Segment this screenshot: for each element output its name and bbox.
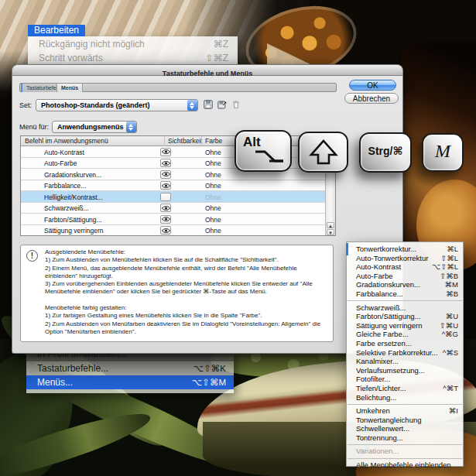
command-label: Auto-Farbe bbox=[44, 159, 77, 167]
visibility-toggle[interactable] bbox=[160, 159, 171, 167]
menubar-item-bearbeiten[interactable]: Bearbeiten bbox=[28, 25, 85, 36]
menu-item-label: Verlaufsumsetzung... bbox=[356, 366, 425, 375]
menu-item-label: Tonwertkorrektur... bbox=[356, 245, 416, 254]
color-cell[interactable]: Ohne bbox=[205, 216, 221, 224]
set-dropdown-value: Photoshop-Standards (geändert) bbox=[36, 101, 187, 109]
menu-item[interactable]: Schritt vorwärts⇧⌘Z bbox=[28, 53, 238, 64]
menu-item-farbbalance-[interactable]: Farbbalance...⌘B bbox=[347, 289, 463, 299]
set-dropdown[interactable]: Photoshop-Standards (geändert) bbox=[36, 99, 198, 111]
menu-item-variationen-[interactable]: Variationen... bbox=[347, 447, 463, 456]
command-label: Farbton/Sättigung... bbox=[44, 216, 102, 224]
menu-item-label: Auto-Farbe bbox=[356, 272, 393, 281]
menu-item-belichtung-[interactable]: Belichtung... bbox=[347, 393, 463, 402]
color-cell[interactable]: Ohne bbox=[205, 159, 221, 167]
menu-item-auto-tonwertkorrektur[interactable]: Auto-Tonwertkorrektur⇧⌘L bbox=[347, 254, 463, 263]
menu-separator bbox=[348, 300, 462, 301]
menu-item-label: Variationen... bbox=[356, 447, 399, 456]
info-box: ! Ausgeblendete Menübefehle: 1) Zum Ausb… bbox=[20, 245, 334, 342]
menu-item-label: Schwarzweiß... bbox=[356, 303, 406, 313]
visibility-toggle[interactable] bbox=[160, 148, 171, 156]
visibility-eye-icon bbox=[162, 171, 170, 177]
menu-item-label: Alle Menübefehle einblenden bbox=[356, 461, 451, 470]
color-cell[interactable]: Ohne bbox=[205, 204, 221, 212]
menu-item-gleiche-farbe-[interactable]: Gleiche Farbe...^⌘G bbox=[347, 330, 463, 339]
visibility-eye-icon bbox=[162, 228, 170, 234]
menu-item-label: Auto-Tonwertkorrektur bbox=[356, 254, 428, 263]
menu-item-auto-kontrast[interactable]: Auto-Kontrast⌥⇧⌘L bbox=[347, 262, 463, 272]
cancel-button[interactable]: Abbrechen bbox=[344, 93, 399, 104]
tab-menues[interactable]: Menüs bbox=[57, 84, 83, 92]
edit-menu-panel-bottom: In Profil umwandeln...Tastaturbefehle...… bbox=[26, 348, 234, 393]
visibility-toggle[interactable] bbox=[160, 226, 171, 235]
menu-item-tonwertangleichung[interactable]: Tonwertangleichung bbox=[347, 416, 463, 425]
menu-separator bbox=[26, 360, 234, 361]
color-cell[interactable]: Ohne bbox=[205, 171, 221, 179]
m-key-label: M bbox=[423, 141, 462, 162]
menu-item-label: Tonwertangleichung bbox=[356, 416, 422, 425]
info-text: Ausgeblendete Menübefehle: 1) Zum Ausble… bbox=[45, 248, 330, 336]
menu-item-shortcut: ⇧⌘B bbox=[440, 272, 458, 281]
menu-item-tontrennung-[interactable]: Tontrennung... bbox=[347, 433, 463, 443]
menu-item-tiefen-lichter-[interactable]: Tiefen/Lichter...^⌘T bbox=[347, 384, 463, 393]
color-cell[interactable]: Ohne bbox=[205, 227, 221, 235]
menu-item-tastaturbefehle-[interactable]: Tastaturbefehle...⌥⇧⌘K bbox=[26, 362, 234, 375]
menu-item-label: Schritt vorwärts bbox=[39, 53, 103, 64]
menu-item-alle-men-befehle-einblenden[interactable]: Alle Menübefehle einblenden bbox=[347, 461, 463, 470]
menu-item-shortcut: ^⌘G bbox=[442, 330, 458, 339]
menu-item-farbton-s-ttigung-[interactable]: Farbton/Sättigung...⌘U bbox=[347, 312, 463, 321]
menu-item-shortcut: ⌘L bbox=[447, 245, 458, 254]
visibility-toggle[interactable] bbox=[160, 193, 171, 201]
menu-item-men-s-[interactable]: Menüs...⌥⇧⌘M bbox=[26, 375, 234, 389]
edit-menu-panel-top: Rückgängig nicht möglich⌘ZSchritt vorwär… bbox=[28, 36, 238, 66]
menu-for-dropdown[interactable]: Anwendungsmenüs bbox=[52, 121, 137, 133]
table-row[interactable]: Sättigung verringernOhne bbox=[21, 225, 325, 237]
visibility-toggle[interactable] bbox=[160, 170, 171, 179]
save-set-as-icon[interactable] bbox=[217, 99, 228, 110]
menu-item-fotofilter-[interactable]: Fotofilter... bbox=[347, 375, 463, 384]
image-adjustments-menu: Tonwertkorrektur...⌘LAuto-Tonwertkorrekt… bbox=[346, 241, 464, 467]
visibility-eye-icon bbox=[162, 205, 170, 211]
menu-item-shortcut: ⇧⌘L bbox=[440, 254, 458, 263]
menu-item-shortcut: ⇧⌘Z bbox=[206, 53, 228, 64]
ok-button[interactable]: OK bbox=[349, 80, 396, 91]
menu-item-gradationskurven-[interactable]: Gradationskurven...⌘M bbox=[347, 280, 463, 289]
menu-item-kanalmixer-[interactable]: Kanalmixer... bbox=[347, 357, 463, 366]
menu-item-shortcut: ⌥⇧⌘L bbox=[432, 262, 458, 272]
color-cell[interactable]: Ohne bbox=[205, 182, 221, 190]
menu-item-farbe-ersetzen-[interactable]: Farbe ersetzen... bbox=[347, 339, 463, 348]
menu-for-label: Menü für: bbox=[19, 123, 49, 131]
delete-set-icon[interactable] bbox=[231, 99, 241, 110]
scroll-up-icon[interactable]: ▲ bbox=[327, 222, 334, 228]
menu-item-auto-farbe[interactable]: Auto-Farbe⇧⌘B bbox=[347, 272, 463, 281]
color-cell[interactable]: Ohne bbox=[205, 193, 221, 201]
tab-band: Tastaturbefehle Menüs bbox=[19, 83, 337, 92]
menu-item-s-ttigung-verringern[interactable]: Sättigung verringern⇧⌘U bbox=[347, 321, 463, 330]
menu-item-verlaufsumsetzung-[interactable]: Verlaufsumsetzung... bbox=[347, 366, 463, 375]
table-row[interactable]: Helligkeit/Kontrast...Ohne bbox=[21, 191, 325, 203]
menu-item-label: Menüs... bbox=[37, 375, 73, 389]
menu-item-schwarzweiß-[interactable]: Schwarzweiß... bbox=[347, 303, 463, 313]
menu-for-dropdown-value: Anwendungsmenüs bbox=[53, 123, 126, 131]
dialog-titlebar[interactable]: Tastaturbefehle und Menüs bbox=[12, 65, 402, 76]
menu-item-tonwertkorrektur-[interactable]: Tonwertkorrektur...⌘L bbox=[347, 245, 463, 254]
menu-item-shortcut: ⌘I bbox=[449, 406, 458, 416]
table-row[interactable]: Schwarzweiß...Ohne bbox=[21, 203, 325, 214]
visibility-toggle[interactable] bbox=[160, 215, 171, 224]
visibility-toggle[interactable] bbox=[160, 181, 171, 190]
scroll-down-icon[interactable]: ▼ bbox=[327, 229, 334, 235]
visibility-eye-icon bbox=[162, 160, 170, 166]
command-label: Schwarzweiß... bbox=[44, 204, 89, 212]
menu-item-label: Selektive Farbkorrektur... bbox=[356, 348, 438, 358]
visibility-toggle[interactable] bbox=[160, 204, 171, 212]
table-row[interactable]: Farbbalance...Ohne bbox=[21, 180, 325, 192]
table-row[interactable]: Farbton/Sättigung...Ohne bbox=[21, 214, 325, 225]
menu-item-selektive-farbkorrektur-[interactable]: Selektive Farbkorrektur...^⌘S bbox=[347, 348, 463, 358]
menu-item-umkehren[interactable]: Umkehren⌘I bbox=[347, 406, 463, 416]
menu-item-schwellenwert-[interactable]: Schwellenwert... bbox=[347, 424, 463, 433]
save-set-icon[interactable] bbox=[203, 99, 214, 110]
alt-key-label: Alt bbox=[243, 135, 261, 150]
color-cell[interactable]: Ohne bbox=[205, 149, 221, 156]
menu-item-label: Belichtung... bbox=[356, 393, 396, 402]
menu-item[interactable]: Rückgängig nicht möglich⌘Z bbox=[28, 39, 238, 50]
command-label: Auto-Kontrast bbox=[44, 149, 84, 156]
